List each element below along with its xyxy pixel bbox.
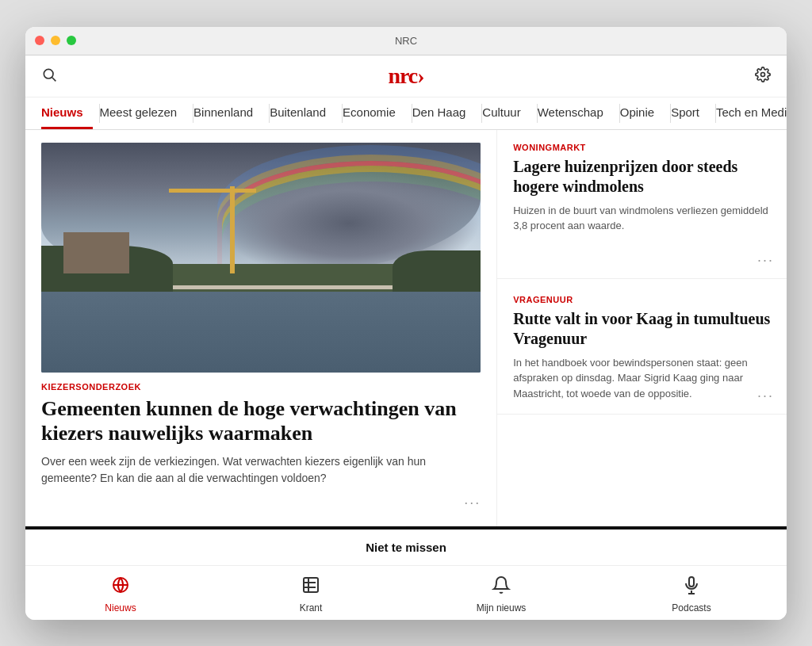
close-button[interactable] (35, 36, 44, 45)
right-article-1-summary: Huizen in de buurt van windmolens verlie… (513, 203, 771, 234)
bridge (173, 285, 393, 289)
microphone-icon (682, 575, 701, 599)
bottom-nav-podcasts-label: Podcasts (672, 602, 710, 614)
right-article-2-category: VRAGENUUR (513, 295, 771, 304)
right-article-2[interactable]: VRAGENUUR Rutte valt in voor Kaag in tum… (497, 279, 787, 415)
bottom-nav-krant[interactable]: Krant (216, 572, 406, 617)
left-column: KIEZERSONDERZOEK Gemeenten kunnen de hog… (25, 130, 497, 526)
nav-item-cultuur[interactable]: Cultuur (482, 97, 530, 129)
right-article-2-dots[interactable]: ··· (757, 388, 774, 404)
nav-item-sport[interactable]: Sport (671, 97, 709, 129)
app-content: nrc› Nieuws Meest gelezen Binnenland Bui… (25, 55, 787, 620)
browser-window: NRC nrc› Nieuws (25, 27, 787, 620)
bottom-nav: Nieuws Krant Mijn nieu (25, 565, 787, 620)
nav-item-opinie[interactable]: Opinie (620, 97, 664, 129)
nav-item-meest-gelezen[interactable]: Meest gelezen (100, 97, 187, 129)
search-icon[interactable] (41, 67, 57, 86)
trees-right (393, 250, 481, 292)
window-controls (35, 36, 76, 45)
nav-item-binnenland[interactable]: Binnenland (193, 97, 262, 129)
hero-title: Gemeenten kunnen de hoge verwachtingen v… (41, 396, 481, 445)
nav-item-nieuws[interactable]: Nieuws (41, 97, 93, 129)
bell-icon (492, 575, 511, 599)
newspaper-icon (301, 575, 320, 599)
building-left (63, 232, 129, 273)
svg-point-0 (44, 69, 53, 78)
globe-icon (111, 575, 130, 599)
svg-point-2 (761, 72, 765, 76)
right-article-2-title: Rutte valt in voor Kaag in tumultueus Vr… (513, 309, 771, 349)
site-logo[interactable]: nrc› (388, 63, 423, 89)
maximize-button[interactable] (67, 36, 76, 45)
right-article-1-dots[interactable]: ··· (757, 252, 774, 269)
spacer (513, 234, 771, 266)
crane-cable (230, 186, 232, 242)
bottom-nav-mijn-nieuws-label: Mijn nieuws (477, 602, 527, 614)
nav-item-wetenschap[interactable]: Wetenschap (538, 97, 613, 129)
svg-rect-4 (304, 578, 318, 592)
nav-item-buitenland[interactable]: Buitenland (270, 97, 335, 129)
bottom-nav-podcasts[interactable]: Podcasts (596, 572, 787, 617)
hero-article[interactable]: KIEZERSONDERZOEK Gemeenten kunnen de hog… (41, 382, 481, 511)
bottom-nav-nieuws[interactable]: Nieuws (25, 572, 216, 617)
nav-item-economie[interactable]: Economie (343, 97, 405, 129)
main-nav: Nieuws Meest gelezen Binnenland Buitenla… (25, 97, 787, 130)
bottom-nav-mijn-nieuws[interactable]: Mijn nieuws (406, 572, 596, 617)
right-article-2-summary: In het handboek voor bewindspersonen sta… (513, 355, 771, 402)
svg-line-1 (52, 77, 56, 81)
titlebar-title: NRC (395, 35, 417, 47)
hero-summary: Over een week zijn de verkiezingen. Wat … (41, 453, 481, 487)
main-content: KIEZERSONDERZOEK Gemeenten kunnen de hog… (25, 130, 787, 526)
bottom-nav-nieuws-label: Nieuws (105, 602, 136, 614)
topbar: nrc› (25, 55, 787, 97)
hero-image[interactable] (41, 143, 481, 373)
right-article-1[interactable]: WONINGMARKT Lagere huizenprijzen door st… (497, 130, 787, 279)
right-article-1-category: WONINGMARKT (513, 143, 771, 152)
not-to-miss: Niet te missen (25, 528, 787, 565)
nav-item-den-haag[interactable]: Den Haag (412, 97, 476, 129)
hero-more-dots[interactable]: ··· (41, 495, 481, 511)
river (41, 285, 481, 372)
settings-icon[interactable] (755, 67, 771, 86)
hero-category: KIEZERSONDERZOEK (41, 382, 481, 392)
minimize-button[interactable] (51, 36, 60, 45)
right-column: WONINGMARKT Lagere huizenprijzen door st… (497, 130, 787, 526)
bottom-nav-krant-label: Krant (300, 602, 323, 614)
hero-image-inner (41, 143, 481, 373)
svg-rect-5 (689, 577, 694, 587)
nav-item-tech-en-media[interactable]: Tech en Media (716, 97, 787, 129)
crane-arm-h (169, 189, 256, 193)
titlebar: NRC (25, 27, 787, 55)
right-article-1-title: Lagere huizenprijzen door steeds hogere … (513, 157, 771, 197)
